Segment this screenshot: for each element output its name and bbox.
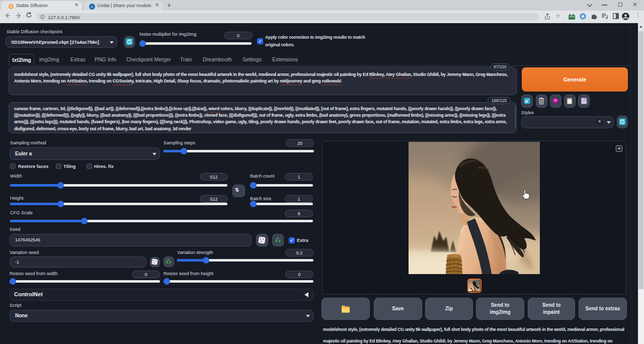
svg-text:C: C xyxy=(91,5,94,9)
